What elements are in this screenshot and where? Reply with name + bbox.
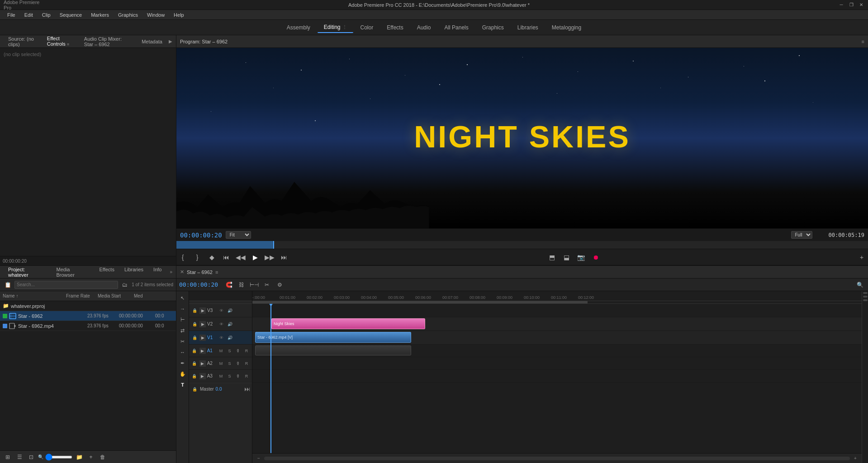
a1-record-btn[interactable]: 🎙 — [234, 347, 242, 354]
master-lock-btn[interactable]: 🔒 — [191, 386, 198, 393]
close-seq-icon[interactable]: ✕ — [180, 269, 184, 275]
step-back-button[interactable]: ◀◀ — [234, 251, 247, 264]
menu-edit[interactable]: Edit — [21, 11, 37, 19]
tab-audio-clip-mixer[interactable]: Audio Clip Mixer: Star – 6962 — [80, 34, 135, 49]
v3-expand-btn[interactable]: ▶ — [199, 307, 206, 314]
a3-mute-btn[interactable]: M — [218, 373, 225, 380]
a2-record-btn[interactable]: 🎙 — [234, 360, 242, 367]
tab-editing[interactable]: Editing ⋮ — [318, 22, 353, 33]
v3-audio-btn[interactable]: 🔊 — [226, 307, 233, 314]
delete-item-btn[interactable]: 🗑 — [98, 452, 108, 462]
col-mediastart-header[interactable]: Media Start — [98, 293, 134, 298]
a2-lock-btn[interactable]: 🔒 — [191, 360, 198, 367]
minimize-button[interactable]: ─ — [838, 2, 844, 8]
tl-pen-tool[interactable]: ✒ — [178, 358, 188, 368]
go-to-in-button[interactable]: ⏮ — [220, 251, 232, 264]
tab-project[interactable]: Project: whatever — [4, 265, 51, 279]
a1-expand-btn[interactable]: ▶ — [199, 348, 206, 354]
overwrite-button[interactable]: ⬓ — [560, 251, 573, 264]
settings-btn[interactable]: ⚙ — [274, 279, 285, 290]
a3-sync-btn[interactable]: R — [243, 373, 250, 380]
tab-metadata[interactable]: Metadata — [137, 37, 167, 46]
a2-solo-btn[interactable]: S — [226, 360, 233, 367]
a3-record-btn[interactable]: 🎙 — [234, 373, 242, 380]
tl-selection-tool[interactable]: ↖ — [178, 293, 188, 303]
col-name-header[interactable]: Name ↑ — [3, 293, 66, 298]
editing-tab-options[interactable]: ⋮ — [342, 24, 347, 29]
tl-type-tool[interactable]: T — [178, 380, 188, 390]
a3-expand-btn[interactable]: ▶ — [199, 373, 206, 379]
tl-ripple-edit-tool[interactable]: ⊢ — [178, 315, 188, 325]
sequence-menu-button[interactable]: ≡ — [215, 269, 218, 275]
monitor-menu-button[interactable]: ≡ — [862, 39, 864, 44]
menu-sequence[interactable]: Sequence — [56, 11, 86, 19]
clip-star[interactable]: Star - 6962.mp4 [V] — [255, 332, 411, 343]
col-med-header[interactable]: Med — [134, 293, 152, 298]
track-row-v1[interactable]: Star - 6962.mp4 [V] — [252, 331, 862, 345]
master-end-btn[interactable]: ⏭ — [244, 386, 250, 392]
v1-audio-btn[interactable]: 🔊 — [226, 334, 233, 341]
monitor-add-button[interactable]: + — [857, 253, 866, 262]
monitor-playhead[interactable] — [273, 241, 274, 249]
track-row-a1[interactable] — [252, 345, 862, 357]
menu-graphics[interactable]: Graphics — [114, 11, 142, 19]
track-row-v3[interactable] — [252, 304, 862, 317]
timeline-zoom-in-btn[interactable]: + — [852, 455, 859, 462]
new-item-btn-bottom[interactable]: + — [86, 452, 96, 462]
close-button[interactable]: ✕ — [858, 2, 864, 8]
a1-lock-btn[interactable]: 🔒 — [191, 347, 198, 354]
menu-clip[interactable]: Clip — [38, 11, 54, 19]
track-row-a2[interactable] — [252, 357, 862, 370]
project-item-star-6962-mp4[interactable]: Star - 6962.mp4 23.976 fps 00:00:00:00 0… — [0, 321, 176, 331]
monitor-timeline-strip[interactable] — [176, 241, 868, 249]
menu-markers[interactable]: Markers — [87, 11, 113, 19]
v1-expand-btn[interactable]: ▶ — [199, 335, 206, 341]
tab-media-browser[interactable]: Media Browser — [52, 265, 94, 279]
tab-effect-controls[interactable]: Effect Controls ≡ — [43, 34, 78, 49]
project-folder[interactable]: 📁 whatever.prproj — [0, 301, 176, 311]
v1-lock-btn[interactable]: 🔒 — [191, 334, 198, 341]
tl-rate-stretch-tool[interactable]: ⇄ — [178, 326, 188, 335]
snap-toggle-btn[interactable]: 🧲 — [223, 279, 234, 290]
go-to-out-button[interactable]: ⏭ — [278, 251, 290, 264]
step-forward-button[interactable]: ▶▶ — [263, 251, 276, 264]
play-button[interactable]: ▶ — [249, 251, 261, 264]
tab-libraries[interactable]: Libraries — [511, 23, 545, 33]
panel-expand-button[interactable]: ▶ — [169, 39, 172, 44]
tl-hand-tool[interactable]: ✋ — [178, 369, 188, 379]
tab-effects-panel[interactable]: Effects — [95, 265, 119, 279]
tab-effects[interactable]: Effects — [380, 23, 409, 33]
timeline-scrollbar[interactable] — [264, 457, 850, 460]
a2-mute-btn[interactable]: M — [218, 360, 225, 367]
v2-lock-btn[interactable]: 🔒 — [191, 321, 198, 328]
v2-vis-btn[interactable]: 👁 — [218, 321, 225, 328]
a3-lock-btn[interactable]: 🔒 — [191, 373, 198, 380]
a1-mute-btn[interactable]: M — [218, 347, 225, 354]
a3-solo-btn[interactable]: S — [226, 373, 233, 380]
tl-track-select-tool[interactable]: → — [178, 304, 188, 314]
effect-controls-menu-icon[interactable]: ≡ — [67, 42, 69, 47]
a1-sync-btn[interactable]: R — [243, 347, 250, 354]
project-item-star-6962[interactable]: Star - 6962 23.976 fps 00:00:00:00 00:0 — [0, 311, 176, 321]
clip-night-skies[interactable]: Night Skies — [271, 318, 425, 329]
tab-audio[interactable]: Audio — [411, 23, 437, 33]
menu-help[interactable]: Help — [170, 11, 188, 19]
a2-expand-btn[interactable]: ▶ — [199, 360, 206, 367]
project-zoom-slider[interactable] — [45, 456, 72, 458]
col-framerate-header[interactable]: Frame Rate — [66, 293, 98, 298]
project-search-input[interactable] — [14, 281, 118, 289]
a1-solo-btn[interactable]: S — [226, 347, 233, 354]
v1-vis-btn[interactable]: 👁 — [218, 334, 225, 341]
add-edit-btn[interactable]: ✂ — [261, 279, 272, 290]
project-freeform-btn[interactable]: ⊡ — [26, 452, 36, 462]
tl-slip-tool[interactable]: ↔ — [178, 347, 188, 357]
new-item-button[interactable]: 📋 — [3, 280, 13, 290]
menu-file[interactable]: File — [4, 11, 19, 19]
v2-audio-btn[interactable]: 🔊 — [226, 321, 233, 328]
a2-sync-btn[interactable]: R — [243, 360, 250, 367]
project-icon-view-btn[interactable]: ⊞ — [3, 452, 13, 462]
v2-expand-btn[interactable]: ▶ — [199, 321, 206, 327]
current-timecode[interactable]: 00:00:00:20 — [180, 232, 222, 239]
tab-all-panels[interactable]: All Panels — [438, 23, 474, 33]
tab-color[interactable]: Color — [354, 23, 380, 33]
